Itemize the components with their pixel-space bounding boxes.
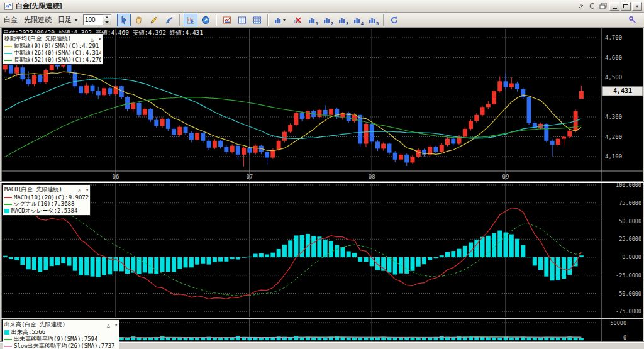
svg-text:4,700: 4,700	[605, 35, 622, 41]
preset-number: 1	[316, 21, 318, 26]
instrument-label: 白金	[4, 15, 18, 25]
link-icon[interactable]	[587, 2, 597, 11]
preset-number: 3	[346, 21, 348, 26]
volume-legend: 出来高(白金 先限連続) △ × 出来高:5566 出来高移動平均(9)(SMA…	[3, 319, 119, 349]
chart-preset-2-button[interactable]: 2	[321, 14, 335, 26]
preset-number: 5	[376, 21, 379, 26]
spin-down-icon[interactable]	[103, 20, 111, 25]
maximize-button[interactable]	[621, 2, 631, 11]
preset-number: 2	[331, 21, 333, 26]
sma-mid-swatch	[4, 53, 12, 54]
timeframe-dropdown[interactable]: 日足	[58, 15, 78, 25]
contract-label: 先限連続	[24, 15, 52, 25]
svg-text:4,200: 4,200	[605, 134, 622, 140]
chart-preset-1-button[interactable]: 1	[306, 14, 319, 26]
svg-text:4,431: 4,431	[613, 87, 632, 94]
svg-text:-75.0000: -75.0000	[616, 308, 641, 314]
svg-text:-25.0000: -25.0000	[616, 272, 641, 279]
preset-number: 4	[361, 21, 364, 26]
crosshair-tool-button[interactable]	[184, 14, 197, 26]
svg-text:0: 0	[623, 335, 626, 341]
svg-text:06: 06	[113, 174, 119, 180]
chart-style-button[interactable]	[220, 14, 234, 26]
chart-preset-3-button[interactable]: 3	[336, 14, 350, 26]
grid-large-button[interactable]	[250, 14, 264, 26]
macd-legend-title: MACD(白金 先限連続)	[4, 186, 62, 194]
pan-tool-button[interactable]	[132, 14, 146, 26]
svg-text:4,600: 4,600	[605, 55, 622, 61]
legend-row-volume-ma: 出来高移動平均(9)(SMA):7594	[4, 336, 118, 343]
close-button[interactable]: ×	[632, 2, 642, 11]
svg-text:4,100: 4,100	[605, 153, 622, 160]
refresh-button[interactable]	[387, 14, 401, 26]
chart-preset-4-button[interactable]: 4	[351, 14, 365, 26]
pin-icon[interactable]	[575, 2, 586, 11]
svg-text:0.0000: 0.0000	[622, 254, 641, 260]
svg-text:4,500: 4,500	[605, 74, 622, 80]
legend-row-volume: 出来高:5566	[4, 329, 118, 336]
volume-legend-title: 出来高(白金 先限連続)	[4, 321, 65, 329]
grid-small-button[interactable]	[235, 14, 249, 26]
legend-row-oscillator: MACDオシレータ:2.5384	[4, 208, 89, 214]
select-tool-button[interactable]	[117, 14, 131, 26]
chart-window: 白金[先限連続] × 白金 先限連続 日足	[0, 0, 644, 349]
minimize-button[interactable]	[609, 2, 619, 11]
svg-text:4,300: 4,300	[605, 114, 622, 120]
signal-line-swatch	[4, 204, 12, 205]
volume-swatch	[4, 330, 9, 335]
toolbar: 白金 先限連続 日足	[0, 13, 644, 28]
chart-window-icon	[3, 2, 13, 11]
svg-text:75.0000: 75.0000	[619, 200, 641, 206]
chart-area: 060708094,7004,6004,5004,3004,2004,1004,…	[0, 28, 644, 349]
legend-row-macd: MACD(10)(20)(C):9.9072	[4, 194, 89, 201]
macd-line-swatch	[4, 197, 12, 198]
svg-text:09: 09	[502, 174, 509, 180]
pencil-tool-button[interactable]	[147, 14, 161, 26]
indicator-histogram-dropdown-button[interactable]	[272, 14, 289, 26]
macd-legend: MACD(白金 先限連続) △ × MACD(10)(20)(C):9.9072…	[3, 184, 91, 216]
svg-text:25.0000: 25.0000	[619, 236, 641, 242]
timeframe-label: 日足	[58, 15, 72, 25]
bar-count-spinner	[83, 14, 111, 25]
svg-text:-50.0000: -50.0000	[616, 291, 641, 297]
legend-close-button[interactable]: ×	[114, 323, 118, 328]
legend-collapse-button[interactable]: △	[107, 323, 110, 328]
window-title: 白金[先限連続]	[16, 1, 62, 11]
sma-long-swatch	[4, 60, 12, 61]
svg-text:07: 07	[246, 174, 253, 180]
volume-slow-ma-swatch	[4, 346, 12, 347]
legend-close-button[interactable]: ×	[98, 36, 101, 42]
navigate-tool-button[interactable]	[199, 14, 213, 26]
settings-wrench-icon[interactable]	[626, 14, 640, 26]
volume-ma-swatch	[4, 339, 12, 340]
legend-collapse-button[interactable]: △	[78, 187, 81, 193]
svg-text:50000: 50000	[610, 320, 626, 326]
svg-text:08: 08	[369, 174, 375, 180]
remove-indicator-button[interactable]	[291, 14, 304, 26]
ma-legend-title: 移動平均(白金 先限連続)	[4, 35, 71, 43]
bar-count-input[interactable]	[83, 14, 103, 25]
legend-row-sma-short: 短期線(9)(0)(SMA)(C):4,291	[4, 43, 101, 50]
title-bar[interactable]: 白金[先限連続] ×	[0, 0, 644, 13]
legend-row-sma-mid: 中期線(26)(0)(SMA)(C):4,314	[4, 50, 101, 57]
legend-row-signal: シグナル(10):7.3688	[4, 201, 89, 208]
sma-short-swatch	[4, 46, 12, 47]
spin-up-icon[interactable]	[103, 15, 111, 20]
legend-row-volume-slow-ma: Slow出来高移動平均(26)(SMA):7737	[4, 343, 118, 349]
svg-text:50.0000: 50.0000	[619, 218, 641, 224]
legend-close-button[interactable]: ×	[86, 187, 89, 193]
chart-canvas[interactable]: 060708094,7004,6004,5004,3004,2004,1004,…	[0, 28, 644, 349]
freehand-tool-button[interactable]	[162, 14, 176, 26]
legend-row-sma-long: 長期線(52)(0)(SMA)(C):4,276	[4, 57, 101, 64]
oscillator-swatch	[4, 209, 9, 213]
cascade-windows-icon[interactable]	[598, 2, 608, 11]
ma-legend: 移動平均(白金 先限連続) △ × 短期線(9)(0)(SMA)(C):4,29…	[3, 33, 103, 65]
legend-collapse-button[interactable]: △	[91, 36, 94, 42]
chart-preset-5-button[interactable]: 5	[366, 14, 380, 26]
chevron-down-icon	[74, 19, 78, 21]
